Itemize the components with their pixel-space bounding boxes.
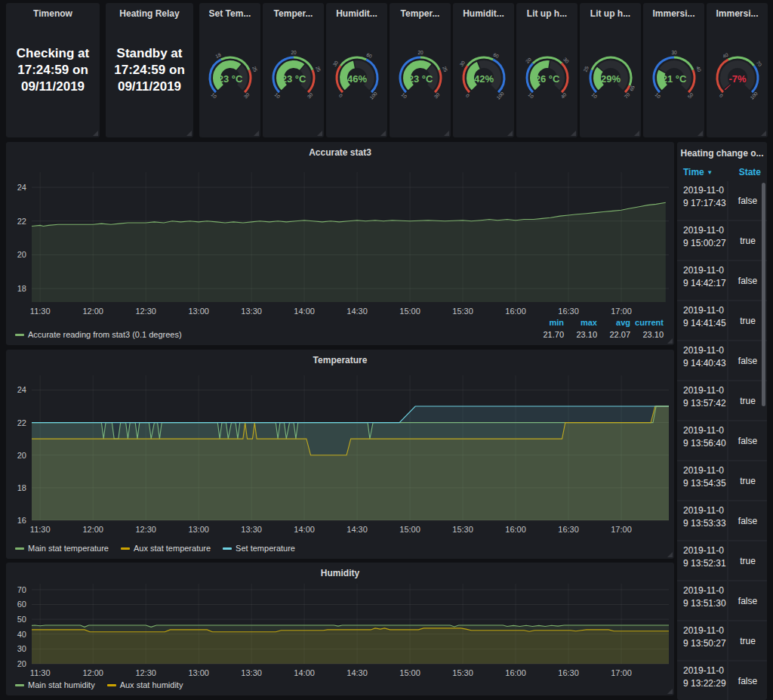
- x-axis-label: 15:30: [452, 525, 473, 534]
- panel-title[interactable]: Lit up h...: [519, 8, 574, 19]
- gauge-tick-label: 10: [273, 92, 281, 100]
- panel-title[interactable]: Temper...: [393, 8, 448, 19]
- y-axis-label: 18: [17, 284, 26, 293]
- table-scrollbar[interactable]: [762, 183, 765, 406]
- gauge-tick-label: 10: [590, 92, 598, 100]
- gauge-tick-label: 30: [671, 50, 677, 55]
- resize-handle[interactable]: [444, 131, 449, 136]
- x-axis-label: 17:00: [611, 668, 632, 677]
- x-axis-label: 15:00: [399, 668, 420, 677]
- y-axis-label: 16: [17, 516, 26, 525]
- panel-title[interactable]: Set Tem...: [202, 8, 257, 19]
- y-axis-label: 20: [17, 659, 26, 668]
- x-axis-label: 12:30: [135, 525, 156, 534]
- panel-title[interactable]: Accurate stat3: [9, 147, 671, 158]
- table-row: 2019-11-09 13:52:31true: [677, 541, 767, 581]
- legend-item[interactable]: Main stat humidity: [15, 680, 95, 689]
- x-axis-label: 13:30: [241, 525, 262, 534]
- stat-value: Standby at 17:24:59 on 09/11/2019: [110, 45, 189, 95]
- gauge-tick-label: 50: [686, 91, 694, 99]
- gauge: 1018253023 °C: [200, 42, 260, 112]
- dashboard: { "colors":{"green":"#73bf69","series_gr…: [0, 0, 773, 700]
- resize-handle[interactable]: [186, 131, 192, 136]
- gauge-tick-label: 30: [306, 91, 313, 99]
- legend-item[interactable]: Aux stat humidity: [107, 680, 183, 689]
- legend-swatch-icon: [223, 547, 232, 550]
- column-header-state[interactable]: State: [739, 167, 761, 177]
- gauge-tick-label: 25: [582, 65, 589, 72]
- panel-title[interactable]: Lit up h...: [583, 8, 638, 19]
- legend-swatch-icon: [15, 547, 24, 550]
- x-axis-label: 13:00: [188, 525, 209, 534]
- gauge: 1020304026 °C: [517, 42, 577, 112]
- table-row: 2019-11-09 17:17:43false: [677, 181, 767, 221]
- resize-handle[interactable]: [571, 131, 576, 136]
- cell-state: true: [727, 461, 767, 500]
- legend-stat-header[interactable]: avg: [597, 318, 630, 327]
- resize-handle[interactable]: [761, 131, 766, 136]
- table-row: 2019-11-09 13:54:35true: [677, 461, 767, 501]
- resize-handle[interactable]: [667, 689, 673, 694]
- panel-title[interactable]: Immersi...: [646, 8, 701, 19]
- resize-handle[interactable]: [507, 131, 513, 136]
- cell-time: 2019-11-09 13:54:35: [677, 461, 727, 500]
- legend-item[interactable]: Main stat temperature: [15, 544, 109, 553]
- resize-handle[interactable]: [667, 552, 673, 557]
- panel-title[interactable]: Temper...: [266, 8, 321, 19]
- table-row: 2019-11-09 14:40:43false: [677, 341, 767, 381]
- resize-handle[interactable]: [698, 131, 703, 136]
- legend-item[interactable]: Accurate reading from stat3 (0.1 degrees…: [15, 330, 531, 339]
- gauge-value: 21 °C: [661, 73, 686, 85]
- y-axis-label: 70: [17, 585, 26, 594]
- x-axis-label: 15:00: [399, 307, 420, 316]
- cell-time: 2019-11-09 13:50:27: [677, 621, 727, 660]
- gauge-tick-label: 10: [400, 92, 408, 100]
- x-axis-label: 17:00: [611, 525, 632, 534]
- chart-plot-area[interactable]: 1820222411:3012:0012:3013:0013:3014:0014…: [6, 162, 674, 319]
- legend-stat-header[interactable]: max: [564, 318, 597, 327]
- gauge-tick-label: 60: [492, 52, 500, 60]
- resize-handle[interactable]: [254, 131, 259, 136]
- legend-swatch-icon: [15, 334, 24, 336]
- legend-stat-header[interactable]: current: [630, 318, 664, 327]
- stat-panel-heating-relay: Heating Relay Standby at 17:24:59 on 09/…: [106, 3, 193, 137]
- table-row: 2019-11-09 14:42:17false: [677, 261, 767, 301]
- panel-title[interactable]: Humidit...: [456, 8, 511, 19]
- gauge: 1030405021 °C: [644, 42, 704, 112]
- y-axis-label: 40: [17, 630, 26, 639]
- chart-plot-area[interactable]: 20304050607011:3012:0012:3013:0013:3014:…: [6, 581, 674, 680]
- legend-stat-header[interactable]: min: [531, 318, 564, 327]
- panel-title[interactable]: Heating change o...: [680, 148, 764, 159]
- legend-item[interactable]: Aux stat temperature: [121, 544, 211, 553]
- panel-title[interactable]: Humidity: [9, 568, 671, 578]
- gauge-panel-7: Immersi...1030405021 °C: [643, 3, 704, 137]
- resize-handle[interactable]: [634, 131, 639, 136]
- gauge-tick-label: 30: [562, 57, 570, 64]
- table-row: 2019-11-09 13:56:40false: [677, 421, 767, 461]
- gauge-tick-label: 10: [210, 92, 217, 100]
- chart-plot-area[interactable]: 161820222411:3012:0012:3013:0013:3014:00…: [6, 369, 674, 538]
- column-header-time[interactable]: Time ▼: [683, 167, 713, 177]
- gauge-value: 46%: [346, 73, 366, 85]
- x-axis-label: 12:00: [82, 668, 103, 677]
- x-axis-label: 17:00: [611, 307, 632, 316]
- legend-label: Aux stat humidity: [120, 680, 183, 689]
- resize-handle[interactable]: [317, 131, 322, 136]
- panel-title[interactable]: Humidit...: [329, 8, 384, 19]
- resize-handle[interactable]: [380, 131, 386, 136]
- chart-panel-accurate-stat3: Accurate stat3 1820222411:3012:0012:3013…: [6, 142, 674, 345]
- resize-handle[interactable]: [93, 131, 98, 136]
- series-fill: [32, 406, 669, 520]
- legend-item[interactable]: Set temperature: [223, 544, 295, 553]
- y-axis-label: 30: [17, 644, 26, 653]
- gauge-tick-label: 10: [654, 92, 661, 100]
- gauge-tick-label: 100: [495, 91, 505, 100]
- panel-title[interactable]: Immersi...: [710, 8, 765, 19]
- panel-title[interactable]: Temperature: [9, 355, 671, 365]
- x-axis-label: 12:00: [82, 525, 103, 534]
- panel-title[interactable]: Heating Relay: [109, 8, 190, 19]
- panel-title[interactable]: Timenow: [9, 8, 97, 19]
- x-axis-label: 12:30: [135, 307, 156, 316]
- x-axis-label: 13:30: [241, 668, 262, 677]
- resize-handle[interactable]: [667, 338, 673, 344]
